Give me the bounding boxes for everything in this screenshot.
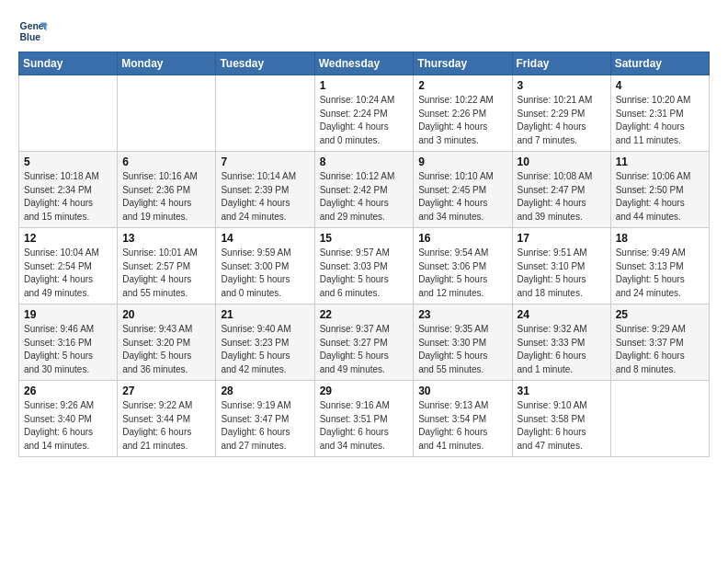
logo-icon: General Blue (18, 17, 48, 46)
weekday-header-monday: Monday (118, 52, 216, 75)
day-number: 1 (320, 79, 409, 92)
calendar-cell: 9Sunrise: 10:10 AM Sunset: 2:45 PM Dayli… (414, 152, 512, 228)
day-number: 3 (518, 79, 606, 92)
calendar-cell: 31Sunrise: 9:10 AM Sunset: 3:58 PM Dayli… (512, 381, 610, 457)
day-info: Sunrise: 10:20 AM Sunset: 2:31 PM Daylig… (616, 94, 704, 147)
calendar-cell: 7Sunrise: 10:14 AM Sunset: 2:39 PM Dayli… (216, 152, 314, 228)
day-info: Sunrise: 9:19 AM Sunset: 3:47 PM Dayligh… (221, 399, 309, 453)
day-info: Sunrise: 9:13 AM Sunset: 3:54 PM Dayligh… (418, 399, 506, 453)
week-row-5: 26Sunrise: 9:26 AM Sunset: 3:40 PM Dayli… (19, 381, 710, 457)
calendar-cell: 13Sunrise: 10:01 AM Sunset: 2:57 PM Dayl… (118, 228, 216, 304)
day-number: 28 (221, 385, 309, 397)
day-info: Sunrise: 10:01 AM Sunset: 2:57 PM Daylig… (122, 247, 210, 300)
day-info: Sunrise: 9:51 AM Sunset: 3:10 PM Dayligh… (518, 247, 606, 300)
calendar-cell: 11Sunrise: 10:06 AM Sunset: 2:50 PM Dayl… (610, 152, 709, 228)
day-info: Sunrise: 9:35 AM Sunset: 3:30 PM Dayligh… (418, 323, 506, 376)
day-number: 29 (320, 385, 409, 397)
calendar-cell: 2Sunrise: 10:22 AM Sunset: 2:26 PM Dayli… (414, 75, 512, 152)
svg-text:Blue: Blue (20, 32, 41, 42)
day-number: 19 (24, 308, 112, 321)
day-number: 23 (418, 308, 506, 321)
day-number: 25 (616, 308, 704, 321)
day-info: Sunrise: 10:21 AM Sunset: 2:29 PM Daylig… (518, 94, 606, 147)
calendar-cell: 29Sunrise: 9:16 AM Sunset: 3:51 PM Dayli… (314, 381, 414, 457)
calendar-cell: 15Sunrise: 9:57 AM Sunset: 3:03 PM Dayli… (314, 228, 414, 304)
calendar-cell: 1Sunrise: 10:24 AM Sunset: 2:24 PM Dayli… (314, 75, 414, 152)
week-row-4: 19Sunrise: 9:46 AM Sunset: 3:16 PM Dayli… (19, 304, 710, 381)
calendar-cell: 8Sunrise: 10:12 AM Sunset: 2:42 PM Dayli… (314, 152, 414, 228)
day-info: Sunrise: 9:26 AM Sunset: 3:40 PM Dayligh… (24, 399, 112, 453)
day-info: Sunrise: 10:08 AM Sunset: 2:47 PM Daylig… (518, 170, 606, 224)
day-number: 13 (122, 232, 210, 245)
day-info: Sunrise: 9:37 AM Sunset: 3:27 PM Dayligh… (320, 323, 409, 376)
day-number: 26 (24, 385, 112, 397)
weekday-header-row: SundayMondayTuesdayWednesdayThursdayFrid… (19, 52, 710, 75)
calendar-cell (216, 75, 314, 152)
week-row-1: 1Sunrise: 10:24 AM Sunset: 2:24 PM Dayli… (19, 75, 710, 152)
day-number: 8 (320, 155, 409, 168)
day-info: Sunrise: 10:22 AM Sunset: 2:26 PM Daylig… (418, 94, 506, 147)
weekday-header-tuesday: Tuesday (216, 52, 314, 75)
day-number: 20 (122, 308, 210, 321)
day-info: Sunrise: 9:22 AM Sunset: 3:44 PM Dayligh… (122, 399, 210, 453)
weekday-header-sunday: Sunday (19, 52, 118, 75)
day-info: Sunrise: 9:49 AM Sunset: 3:13 PM Dayligh… (616, 247, 704, 300)
day-number: 27 (122, 385, 210, 397)
day-number: 12 (24, 232, 112, 245)
day-info: Sunrise: 10:12 AM Sunset: 2:42 PM Daylig… (320, 170, 409, 224)
calendar-cell: 21Sunrise: 9:40 AM Sunset: 3:23 PM Dayli… (216, 304, 314, 381)
weekday-header-saturday: Saturday (610, 52, 709, 75)
day-info: Sunrise: 9:54 AM Sunset: 3:06 PM Dayligh… (418, 247, 506, 300)
calendar-cell: 16Sunrise: 9:54 AM Sunset: 3:06 PM Dayli… (414, 228, 512, 304)
day-number: 4 (616, 79, 704, 92)
day-info: Sunrise: 10:24 AM Sunset: 2:24 PM Daylig… (320, 94, 409, 147)
calendar-cell: 14Sunrise: 9:59 AM Sunset: 3:00 PM Dayli… (216, 228, 314, 304)
calendar-cell: 4Sunrise: 10:20 AM Sunset: 2:31 PM Dayli… (610, 75, 709, 152)
day-number: 11 (616, 155, 704, 168)
day-number: 30 (418, 385, 506, 397)
calendar-cell: 30Sunrise: 9:13 AM Sunset: 3:54 PM Dayli… (414, 381, 512, 457)
day-info: Sunrise: 9:46 AM Sunset: 3:16 PM Dayligh… (24, 323, 112, 376)
day-info: Sunrise: 9:10 AM Sunset: 3:58 PM Dayligh… (518, 399, 606, 453)
calendar-cell: 19Sunrise: 9:46 AM Sunset: 3:16 PM Dayli… (19, 304, 118, 381)
calendar-cell (19, 75, 118, 152)
day-number: 17 (518, 232, 606, 245)
day-number: 7 (221, 155, 309, 168)
day-number: 5 (24, 155, 112, 168)
calendar-cell: 23Sunrise: 9:35 AM Sunset: 3:30 PM Dayli… (414, 304, 512, 381)
calendar-cell: 22Sunrise: 9:37 AM Sunset: 3:27 PM Dayli… (314, 304, 414, 381)
calendar-cell: 12Sunrise: 10:04 AM Sunset: 2:54 PM Dayl… (19, 228, 118, 304)
day-info: Sunrise: 10:04 AM Sunset: 2:54 PM Daylig… (24, 247, 112, 300)
day-number: 31 (518, 385, 606, 397)
calendar-cell: 26Sunrise: 9:26 AM Sunset: 3:40 PM Dayli… (19, 381, 118, 457)
day-number: 15 (320, 232, 409, 245)
calendar-cell (118, 75, 216, 152)
day-info: Sunrise: 10:10 AM Sunset: 2:45 PM Daylig… (418, 170, 506, 224)
day-info: Sunrise: 10:18 AM Sunset: 2:34 PM Daylig… (24, 170, 112, 224)
calendar-cell: 27Sunrise: 9:22 AM Sunset: 3:44 PM Dayli… (118, 381, 216, 457)
calendar-cell: 3Sunrise: 10:21 AM Sunset: 2:29 PM Dayli… (512, 75, 610, 152)
day-number: 22 (320, 308, 409, 321)
day-info: Sunrise: 9:29 AM Sunset: 3:37 PM Dayligh… (616, 323, 704, 376)
day-info: Sunrise: 9:16 AM Sunset: 3:51 PM Dayligh… (320, 399, 409, 453)
day-number: 9 (418, 155, 506, 168)
day-info: Sunrise: 10:14 AM Sunset: 2:39 PM Daylig… (221, 170, 309, 224)
week-row-2: 5Sunrise: 10:18 AM Sunset: 2:34 PM Dayli… (19, 152, 710, 228)
day-info: Sunrise: 9:40 AM Sunset: 3:23 PM Dayligh… (221, 323, 309, 376)
day-number: 16 (418, 232, 506, 245)
calendar-cell: 6Sunrise: 10:16 AM Sunset: 2:36 PM Dayli… (118, 152, 216, 228)
calendar-cell: 20Sunrise: 9:43 AM Sunset: 3:20 PM Dayli… (118, 304, 216, 381)
header: General Blue (18, 17, 710, 46)
day-number: 18 (616, 232, 704, 245)
day-info: Sunrise: 9:59 AM Sunset: 3:00 PM Dayligh… (221, 247, 309, 300)
calendar-cell: 18Sunrise: 9:49 AM Sunset: 3:13 PM Dayli… (610, 228, 709, 304)
day-info: Sunrise: 10:06 AM Sunset: 2:50 PM Daylig… (616, 170, 704, 224)
week-row-3: 12Sunrise: 10:04 AM Sunset: 2:54 PM Dayl… (19, 228, 710, 304)
day-info: Sunrise: 10:16 AM Sunset: 2:36 PM Daylig… (122, 170, 210, 224)
day-number: 14 (221, 232, 309, 245)
day-number: 6 (122, 155, 210, 168)
day-info: Sunrise: 9:32 AM Sunset: 3:33 PM Dayligh… (518, 323, 606, 376)
day-info: Sunrise: 9:43 AM Sunset: 3:20 PM Dayligh… (122, 323, 210, 376)
weekday-header-friday: Friday (512, 52, 610, 75)
day-number: 21 (221, 308, 309, 321)
